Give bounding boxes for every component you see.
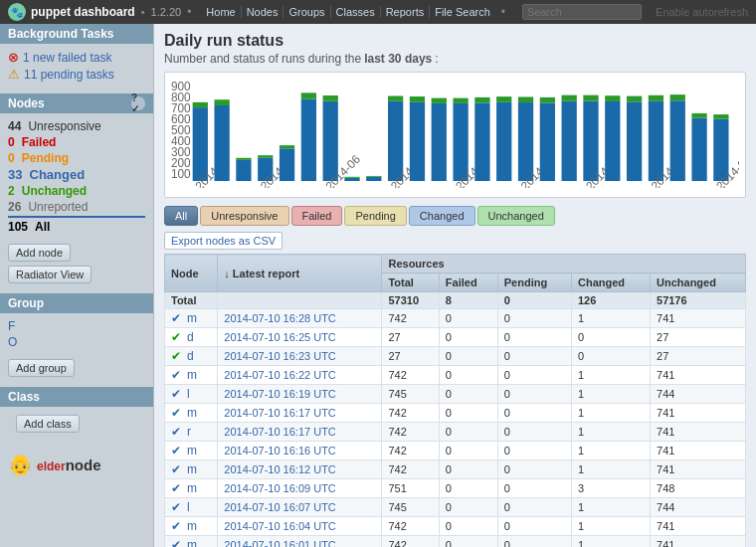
tab-pending[interactable]: Pending [344,206,406,226]
row-changed-cell: 0 [571,328,650,347]
failed-task-item: ⊗ 1 new failed task [8,50,145,65]
radiator-view-button[interactable]: Radiator View [8,266,92,283]
group-link-O[interactable]: O [8,335,17,349]
unreported-label: Unreported [28,200,88,214]
report-link[interactable]: 2014-07-10 16:28 UTC [224,312,336,324]
report-link[interactable]: 2014-07-10 16:16 UTC [224,445,336,456]
unchanged-stat[interactable]: 2 Unchanged [8,184,145,198]
node-link[interactable]: l [187,500,190,514]
row-report-cell[interactable]: 2014-07-10 16:16 UTC [218,442,382,460]
row-report-cell[interactable]: 2014-07-10 16:17 UTC [218,423,382,442]
failed-task-link[interactable]: 1 new failed task [23,51,111,65]
report-link[interactable]: 2014-07-10 16:25 UTC [224,331,336,343]
svg-rect-29 [366,176,381,177]
report-link[interactable]: 2014-07-10 16:23 UTC [224,350,336,362]
add-class-button[interactable]: Add class [16,415,80,433]
row-node-cell[interactable]: ✔ d [165,328,218,347]
row-node-cell[interactable]: ✔ m [165,536,218,548]
unreported-count: 26 [8,200,21,214]
group-item-O[interactable]: O [8,335,145,349]
unresponsive-stat[interactable]: 44 Unresponsive [8,119,145,133]
nav-home[interactable]: Home [201,6,241,18]
tab-failed[interactable]: Failed [291,206,343,226]
svg-rect-61 [670,100,685,181]
row-node-cell[interactable]: ✔ m [165,366,218,385]
add-group-button[interactable]: Add group [8,359,75,377]
row-report-cell[interactable]: 2014-07-10 16:22 UTC [218,366,382,385]
node-link[interactable]: m [187,368,197,382]
node-link[interactable]: d [187,349,194,363]
filter-tabs: All Unresponsive Failed Pending Changed … [164,206,746,226]
node-link[interactable]: r [187,425,191,439]
svg-rect-49 [562,101,577,181]
report-link[interactable]: 2014-07-10 16:17 UTC [224,426,336,438]
tab-all[interactable]: All [164,206,198,226]
nav-reports[interactable]: Reports [381,6,431,18]
row-report-cell[interactable]: 2014-07-10 16:01 UTC [218,536,382,548]
search-input[interactable] [522,4,642,20]
export-csv-link[interactable]: Export nodes as CSV [164,232,283,250]
report-link[interactable]: 2014-07-10 16:19 UTC [224,388,336,400]
tab-changed[interactable]: Changed [409,206,475,226]
row-pending-cell: 0 [497,498,571,517]
row-pending-cell: 0 [497,309,571,328]
row-node-cell[interactable]: ✔ m [165,309,218,328]
pending-task-link[interactable]: 11 pending tasks [24,68,114,82]
nav-file-search[interactable]: File Search [430,6,495,18]
node-link[interactable]: m [187,538,197,547]
add-node-button[interactable]: Add node [8,244,71,262]
node-link[interactable]: m [187,462,197,476]
failed-stat[interactable]: 0 Failed [8,135,145,149]
row-report-cell[interactable]: 2014-07-10 16:04 UTC [218,517,382,536]
node-link[interactable]: m [187,406,197,420]
row-node-cell[interactable]: ✔ m [165,404,218,423]
row-node-cell[interactable]: ✔ l [165,498,218,517]
nav-nodes[interactable]: Nodes [242,6,284,18]
report-link[interactable]: 2014-07-10 16:12 UTC [224,463,336,475]
all-stat[interactable]: 105 All [8,216,145,234]
report-link[interactable]: 2014-07-10 16:07 UTC [224,501,336,513]
node-link[interactable]: m [187,519,197,533]
report-link[interactable]: 2014-07-10 16:04 UTC [224,520,336,532]
row-pending-cell: 0 [497,517,571,536]
changed-stat[interactable]: 33 Changed [8,167,145,182]
row-report-cell[interactable]: 2014-07-10 16:23 UTC [218,347,382,366]
group-item-F[interactable]: F [8,319,145,333]
tab-unresponsive[interactable]: Unresponsive [200,206,288,226]
node-link[interactable]: l [187,387,190,401]
autorefresh-link[interactable]: Enable autorefresh [656,6,748,18]
group-link-F[interactable]: F [8,319,15,333]
row-report-cell[interactable]: 2014-07-10 16:12 UTC [218,460,382,479]
row-report-cell[interactable]: 2014-07-10 16:19 UTC [218,385,382,404]
nodes-help-icon[interactable]: ?✓ [131,96,145,110]
report-link[interactable]: 2014-07-10 16:17 UTC [224,407,336,419]
node-link[interactable]: m [187,444,197,457]
svg-rect-57 [627,96,642,102]
row-report-cell[interactable]: 2014-07-10 16:25 UTC [218,328,382,347]
report-link[interactable]: 2014-07-10 16:22 UTC [224,369,336,381]
row-report-cell[interactable]: 2014-07-10 16:17 UTC [218,404,382,423]
row-node-cell[interactable]: ✔ m [165,442,218,460]
row-node-cell[interactable]: ✔ m [165,460,218,479]
row-node-cell[interactable]: ✔ d [165,347,218,366]
nav-groups[interactable]: Groups [284,6,330,18]
row-report-cell[interactable]: 2014-07-10 16:09 UTC [218,479,382,498]
row-report-cell[interactable]: 2014-07-10 16:07 UTC [218,498,382,517]
report-link[interactable]: 2014-07-10 16:09 UTC [224,482,336,494]
row-node-cell[interactable]: ✔ m [165,517,218,536]
node-link[interactable]: m [187,311,197,325]
tab-unchanged[interactable]: Unchanged [477,206,555,226]
row-node-cell[interactable]: ✔ m [165,479,218,498]
row-report-cell[interactable]: 2014-07-10 16:28 UTC [218,309,382,328]
unreported-stat[interactable]: 26 Unreported [8,200,145,214]
row-changed-cell: 1 [571,385,650,404]
nav-classes[interactable]: Classes [331,6,381,18]
main-content: Daily run status Number and status of ru… [154,24,756,547]
row-node-cell[interactable]: ✔ r [165,423,218,442]
row-unchanged-cell: 744 [651,498,746,517]
row-node-cell[interactable]: ✔ l [165,385,218,404]
pending-stat[interactable]: 0 Pending [8,151,145,165]
report-link[interactable]: 2014-07-10 16:01 UTC [224,539,336,547]
node-link[interactable]: m [187,481,197,495]
node-link[interactable]: d [187,330,194,344]
